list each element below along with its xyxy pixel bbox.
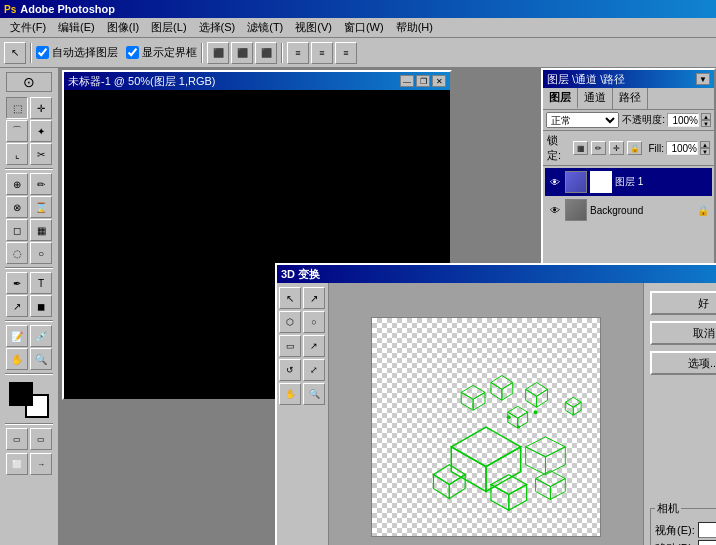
tool-clone[interactable]: ⊗ (6, 196, 28, 218)
tool-eyedropper[interactable]: 💉 (30, 325, 52, 347)
tool-dodge[interactable]: ○ (30, 242, 52, 264)
lock-transparency[interactable]: ▦ (573, 141, 588, 155)
tool-path-select[interactable]: ↗ (6, 295, 28, 317)
opacity-down[interactable]: ▼ (701, 120, 711, 127)
doc-minimize-btn[interactable]: — (400, 75, 414, 87)
transform-canvas[interactable] (329, 283, 643, 545)
svg-marker-25 (536, 479, 551, 500)
td-tool-row-2: ⬡ ○ (279, 311, 326, 333)
td-move-tool[interactable]: ↗ (303, 335, 325, 357)
layer-visibility-layer1[interactable]: 👁 (548, 175, 562, 189)
auto-select-checkbox[interactable] (36, 46, 49, 59)
layers-title-bar: 图层 \通道 \路径 ▼ (543, 70, 714, 88)
toolbar-align-left[interactable]: ⬛ (207, 42, 229, 64)
tool-marquee[interactable]: ⬚ (6, 97, 28, 119)
foreground-color-swatch[interactable] (9, 382, 33, 406)
toolbar-distribute-3[interactable]: ≡ (335, 42, 357, 64)
lock-all[interactable]: 🔒 (627, 141, 642, 155)
tool-move[interactable]: ✛ (30, 97, 52, 119)
layer-visibility-background[interactable]: 👁 (548, 203, 562, 217)
svg-marker-14 (537, 389, 548, 407)
tool-lasso[interactable]: ⌒ (6, 120, 28, 142)
fill-down[interactable]: ▼ (700, 148, 710, 155)
doc-restore-btn[interactable]: ❐ (416, 75, 430, 87)
svg-marker-15 (565, 397, 581, 407)
fill-input[interactable] (666, 141, 698, 155)
tool-eraser[interactable]: ◻ (6, 219, 28, 241)
svg-marker-13 (526, 389, 537, 407)
transform-canvas-inner (371, 317, 601, 537)
transform-dialog: 3D 变换 ✕ ↖ ↗ ⬡ ○ ▭ ↗ (275, 263, 716, 545)
lock-position[interactable]: ✛ (609, 141, 624, 155)
td-ok-button[interactable]: 好 (650, 291, 716, 315)
toolbar-move-tool[interactable]: ↖ (4, 42, 26, 64)
td-cancel-button[interactable]: 取消 (650, 321, 716, 345)
move-input[interactable] (698, 540, 716, 545)
td-options-button[interactable]: 选项... (650, 351, 716, 375)
fill-up[interactable]: ▲ (700, 141, 710, 148)
menu-filter[interactable]: 滤镜(T) (241, 18, 289, 37)
menu-select[interactable]: 选择(S) (193, 18, 242, 37)
td-sphere-tool[interactable]: ○ (303, 311, 325, 333)
tool-screen-mode[interactable]: ⬜ (6, 453, 28, 475)
tool-jump-ir[interactable]: → (30, 453, 52, 475)
td-tool-row-5: ✋ 🔍 (279, 383, 326, 405)
tool-crop[interactable]: ⌞ (6, 143, 28, 165)
td-cube-tool[interactable]: ⬡ (279, 311, 301, 333)
toolbar-distribute-2[interactable]: ≡ (311, 42, 333, 64)
toolbar-distribute-1[interactable]: ≡ (287, 42, 309, 64)
fill-control: Fill: ▲ ▼ (648, 141, 710, 155)
tool-type[interactable]: T (30, 272, 52, 294)
tool-blur[interactable]: ◌ (6, 242, 28, 264)
tab-paths[interactable]: 路径 (613, 88, 648, 109)
camera-fieldset: 相机 视角(E): ▲ ▼ ° 移动(D): (650, 501, 716, 545)
menu-image[interactable]: 图像(I) (101, 18, 145, 37)
menu-edit[interactable]: 编辑(E) (52, 18, 101, 37)
tool-quick-mask[interactable]: ▭ (30, 428, 52, 450)
tool-zoom[interactable]: 🔍 (30, 348, 52, 370)
td-cylinder-tool[interactable]: ▭ (279, 335, 301, 357)
tool-gradient[interactable]: ▦ (30, 219, 52, 241)
show-bounds-checkbox[interactable] (126, 46, 139, 59)
menu-bar: 文件(F) 编辑(E) 图像(I) 图层(L) 选择(S) 滤镜(T) 视图(V… (0, 18, 716, 38)
tool-notes[interactable]: 📝 (6, 325, 28, 347)
toolbar-align-center[interactable]: ⬛ (231, 42, 253, 64)
toolbar-sep-1 (30, 43, 32, 63)
td-direct-select[interactable]: ↗ (303, 287, 325, 309)
svg-marker-28 (508, 412, 518, 428)
fov-input[interactable] (698, 522, 716, 538)
opacity-up[interactable]: ▲ (701, 113, 711, 120)
tool-slice[interactable]: ✂ (30, 143, 52, 165)
color-swatches[interactable] (9, 382, 49, 418)
tool-heal[interactable]: ⊕ (6, 173, 28, 195)
td-select-tool[interactable]: ↖ (279, 287, 301, 309)
tab-layers[interactable]: 图层 (543, 88, 578, 109)
td-scale-tool[interactable]: ⤢ (303, 359, 325, 381)
menu-window[interactable]: 窗口(W) (338, 18, 390, 37)
layer-item-layer1[interactable]: 👁 图层 1 (545, 168, 712, 196)
tool-magic-wand[interactable]: ✦ (30, 120, 52, 142)
tool-pen[interactable]: ✒ (6, 272, 28, 294)
menu-file[interactable]: 文件(F) (4, 18, 52, 37)
layers-list: 👁 图层 1 👁 Background 🔒 (543, 166, 714, 226)
menu-layer[interactable]: 图层(L) (145, 18, 192, 37)
tool-history[interactable]: ⌛ (30, 196, 52, 218)
tool-standard-mode[interactable]: ▭ (6, 428, 28, 450)
tab-channels[interactable]: 通道 (578, 88, 613, 109)
td-rotate-tool[interactable]: ↺ (279, 359, 301, 381)
doc-close-btn[interactable]: ✕ (432, 75, 446, 87)
td-zoom-tool[interactable]: 🔍 (303, 383, 325, 405)
toolbar-align-right[interactable]: ⬛ (255, 42, 277, 64)
tool-hand[interactable]: ✋ (6, 348, 28, 370)
options-bar[interactable]: ⊙ (6, 72, 52, 92)
layers-menu-btn[interactable]: ▼ (696, 73, 710, 85)
lock-image[interactable]: ✏ (591, 141, 606, 155)
layer-item-background[interactable]: 👁 Background 🔒 (545, 196, 712, 224)
menu-view[interactable]: 视图(V) (289, 18, 338, 37)
blend-mode-select[interactable]: 正常 (546, 112, 619, 128)
opacity-input[interactable] (667, 113, 699, 127)
menu-help[interactable]: 帮助(H) (390, 18, 439, 37)
td-pan-tool[interactable]: ✋ (279, 383, 301, 405)
tool-shape[interactable]: ◼ (30, 295, 52, 317)
tool-brush[interactable]: ✏ (30, 173, 52, 195)
